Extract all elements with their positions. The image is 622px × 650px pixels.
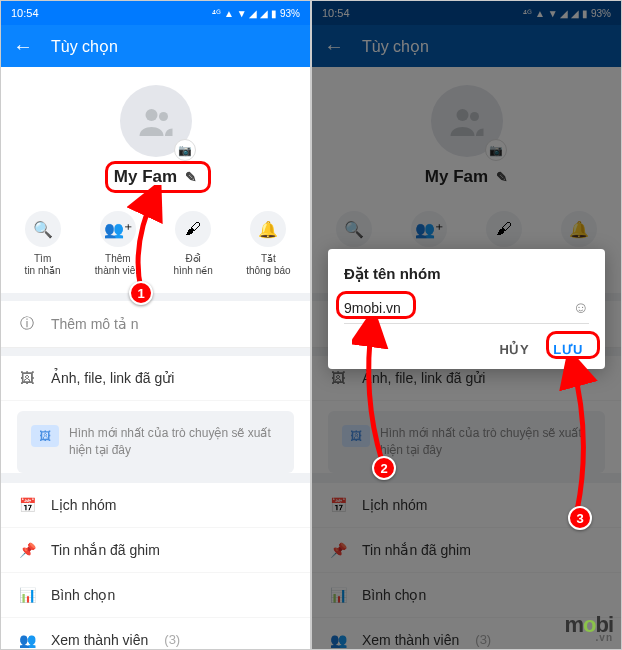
rename-dialog: Đặt tên nhóm 9mobi.vn ☺ HỦY LƯU	[328, 249, 605, 369]
item-poll[interactable]: 📊 Bình chọn	[1, 573, 310, 618]
media-placeholder: 🖼 Hình mới nhất của trò chuyện sẽ xuất h…	[17, 411, 294, 473]
dialog-buttons: HỦY LƯU	[344, 338, 589, 361]
action-search[interactable]: 🔍 Tìm tin nhắn	[5, 211, 80, 277]
item-calendar[interactable]: 📅 Lịch nhóm	[1, 483, 310, 528]
save-button[interactable]: LƯU	[553, 342, 583, 357]
cancel-button[interactable]: HỦY	[500, 342, 530, 357]
people-icon	[138, 106, 174, 136]
status-indicators: ⁴ᴳ ▲ ▼ ◢ ◢ ▮ 93%	[212, 8, 300, 19]
svg-point-0	[145, 109, 157, 121]
edit-icon[interactable]: ✎	[185, 169, 197, 185]
search-icon: 🔍	[25, 211, 61, 247]
badge-1: 1	[129, 281, 153, 305]
image-icon: 🖼	[17, 370, 37, 386]
watermark: mobi .vn	[564, 612, 613, 643]
group-name-text: My Fam	[114, 167, 177, 187]
item-pinned[interactable]: 📌 Tin nhắn đã ghim	[1, 528, 310, 573]
status-bar: 10:54 ⁴ᴳ ▲ ▼ ◢ ◢ ▮ 93%	[1, 1, 310, 25]
phone-left: 10:54 ⁴ᴳ ▲ ▼ ◢ ◢ ▮ 93% ← Tùy chọn 📷 My F…	[1, 1, 310, 649]
group-avatar[interactable]: 📷	[120, 85, 192, 157]
back-icon[interactable]: ←	[13, 35, 33, 58]
options-section: 📅 Lịch nhóm 📌 Tin nhắn đã ghim 📊 Bình ch…	[1, 483, 310, 649]
phone-right: 10:54 ⁴ᴳ ▲ ▼ ◢ ◢ ▮ 93% ← Tùy chọn 📷 My F…	[312, 1, 621, 649]
description-text: Thêm mô tả n	[51, 316, 139, 332]
members-icon: 👥	[17, 632, 37, 648]
description-row[interactable]: ⓘ Thêm mô tả n	[1, 301, 310, 348]
action-mute[interactable]: 🔔 Tắt thông báo	[231, 211, 306, 277]
pin-icon: 📌	[17, 542, 37, 558]
media-section: 🖼 Ảnh, file, link đã gửi 🖼 Hình mới nhất…	[1, 356, 310, 473]
content-area: 📷 My Fam ✎ 🔍 Tìm tin nhắn 👥⁺ Thêm thành …	[1, 67, 310, 649]
status-time: 10:54	[11, 7, 39, 19]
add-member-icon: 👥⁺	[100, 211, 136, 247]
camera-icon[interactable]: 📷	[174, 139, 196, 161]
action-background[interactable]: 🖌 Đổi hình nền	[156, 211, 231, 277]
group-profile: 📷 My Fam ✎	[1, 67, 310, 197]
group-name-row[interactable]: My Fam ✎	[114, 167, 197, 187]
item-members[interactable]: 👥 Xem thành viên (3)	[1, 618, 310, 649]
group-name-input[interactable]: 9mobi.vn	[344, 300, 573, 316]
header-title: Tùy chọn	[51, 37, 118, 56]
app-header: ← Tùy chọn	[1, 25, 310, 67]
action-add-member[interactable]: 👥⁺ Thêm thành viên	[80, 211, 155, 277]
calendar-icon: 📅	[17, 497, 37, 513]
actions-row: 🔍 Tìm tin nhắn 👥⁺ Thêm thành viên 🖌 Đổi …	[1, 197, 310, 293]
tutorial-container: 10:54 ⁴ᴳ ▲ ▼ ◢ ◢ ▮ 93% ← Tùy chọn 📷 My F…	[0, 0, 622, 650]
sticker-icon[interactable]: ☺	[573, 299, 589, 317]
badge-3: 3	[568, 506, 592, 530]
poll-icon: 📊	[17, 587, 37, 603]
media-row[interactable]: 🖼 Ảnh, file, link đã gửi	[1, 356, 310, 401]
dialog-input-row: 9mobi.vn ☺	[344, 299, 589, 324]
brush-icon: 🖌	[175, 211, 211, 247]
badge-2: 2	[372, 456, 396, 480]
svg-point-1	[159, 112, 168, 121]
dialog-title: Đặt tên nhóm	[344, 265, 589, 283]
photo-placeholder-icon: 🖼	[31, 425, 59, 447]
bell-icon: 🔔	[250, 211, 286, 247]
info-icon: ⓘ	[17, 315, 37, 333]
